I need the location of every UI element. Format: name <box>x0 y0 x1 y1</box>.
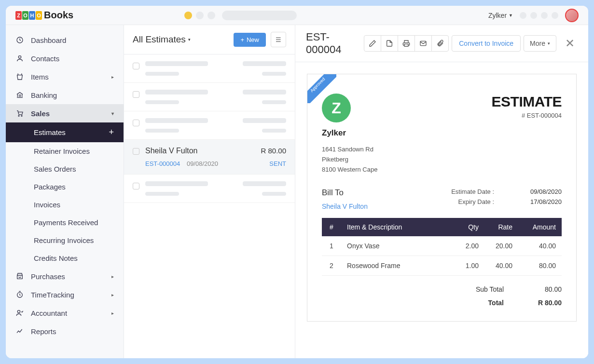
banking-icon <box>15 91 24 99</box>
svg-point-3 <box>21 115 22 116</box>
contacts-icon <box>15 54 24 63</box>
plus-icon: + <box>240 36 244 43</box>
estimate-detail: EST-000004 Convert to Invoice More▾ ✕ Ap… <box>295 25 588 358</box>
dashboard-icon <box>15 36 24 44</box>
convert-to-invoice-button[interactable]: Convert to Invoice <box>452 35 521 52</box>
document-number: # EST-000004 <box>492 112 562 119</box>
pencil-icon <box>369 40 376 47</box>
billto-heading: Bill To <box>322 188 368 198</box>
nav-estimates[interactable]: Estimates + <box>6 122 124 142</box>
add-estimate-icon[interactable]: + <box>109 127 114 137</box>
subtotal-value: 80.00 <box>528 285 562 293</box>
caret-icon: ▸ <box>111 274 114 279</box>
svg-point-1 <box>18 56 21 58</box>
list-item-selected[interactable]: Sheila V Fulton R 80.00 EST-000004 09/08… <box>124 140 295 175</box>
pdf-icon <box>386 40 393 47</box>
nav-retainer-invoices[interactable]: Retainer Invoices <box>6 142 124 160</box>
row-checkbox[interactable] <box>133 63 139 69</box>
accountant-icon <box>15 309 24 317</box>
nav-reports[interactable]: Reports <box>6 322 124 340</box>
billto-customer[interactable]: Sheila V Fulton <box>322 202 368 210</box>
line-items-table: # Item & Description Qty Rate Amount 1 O… <box>322 218 562 276</box>
close-detail-button[interactable]: ✕ <box>562 37 578 50</box>
app-name: Books <box>44 10 73 21</box>
email-button[interactable] <box>414 35 432 52</box>
row-checkbox[interactable] <box>133 148 139 155</box>
nav-recurring-invoices[interactable]: Recurring Invoices <box>6 231 124 249</box>
hamburger-icon: ☰ <box>276 36 281 43</box>
row-checkbox[interactable] <box>133 91 139 98</box>
print-icon <box>402 40 410 47</box>
attach-icon <box>436 40 444 47</box>
total-value: R 80.00 <box>528 299 562 307</box>
window-dots <box>184 12 215 19</box>
list-item[interactable] <box>124 111 295 140</box>
nav-accountant[interactable]: Accountant ▸ <box>6 304 124 322</box>
nav-packages[interactable]: Packages <box>6 178 124 196</box>
estimate-id: EST-000004 <box>145 160 180 167</box>
nav-credit-notes[interactable]: Credits Notes <box>6 249 124 267</box>
nav-items[interactable]: Items ▸ <box>6 67 124 86</box>
nav-timetracking[interactable]: TimeTracking ▸ <box>6 285 124 304</box>
reports-icon <box>15 327 24 336</box>
estimates-list-panel: All Estimates▾ + New ☰ <box>124 25 295 358</box>
org-selector[interactable]: Zylker▼ <box>488 12 513 19</box>
sidebar: Dashboard Contacts Items ▸ Banking Sales… <box>6 25 124 358</box>
row-checkbox[interactable] <box>133 120 139 126</box>
pdf-button[interactable] <box>381 35 398 52</box>
nav-dashboard[interactable]: Dashboard <box>6 31 124 49</box>
company-address: 1641 Sandown Rd Piketberg 8100 Western C… <box>322 145 377 175</box>
new-estimate-button[interactable]: + New <box>234 33 266 47</box>
svg-point-5 <box>17 310 20 313</box>
row-checkbox[interactable] <box>133 183 139 189</box>
status-badge: SENT <box>269 160 286 167</box>
print-button[interactable] <box>398 35 415 52</box>
nav-contacts[interactable]: Contacts <box>6 49 124 67</box>
caret-icon: ▾ <box>111 111 114 116</box>
document-title: ESTIMATE <box>492 94 562 110</box>
estimate-date: 09/08/2020 <box>187 160 218 167</box>
caret-icon: ▸ <box>111 292 114 297</box>
list-item[interactable] <box>124 175 295 203</box>
nav-sales-orders[interactable]: Sales Orders <box>6 160 124 178</box>
edit-button[interactable] <box>364 35 381 52</box>
row-amount: R 80.00 <box>261 147 286 155</box>
mail-icon <box>419 40 427 47</box>
nav-banking[interactable]: Banking <box>6 86 124 104</box>
timetracking-icon <box>15 290 24 299</box>
more-button[interactable]: More▾ <box>524 35 556 52</box>
sales-icon <box>15 109 24 118</box>
list-item[interactable] <box>124 54 295 83</box>
caret-icon: ▸ <box>111 310 114 316</box>
company-name: Zylker <box>322 128 377 138</box>
titlebar: ZOHO Books Zylker▼ <box>6 6 588 25</box>
items-icon <box>15 72 24 81</box>
list-item[interactable] <box>124 83 295 111</box>
detail-number: EST-000004 <box>306 31 361 56</box>
search-placeholder-skeleton <box>222 11 297 20</box>
caret-icon: ▸ <box>111 74 114 80</box>
nav-sales[interactable]: Sales ▾ <box>6 104 124 122</box>
svg-point-2 <box>18 115 19 116</box>
user-avatar[interactable] <box>565 9 579 22</box>
estimate-document: Approved Z Zylker 1641 Sandown Rd Piketb… <box>307 74 577 322</box>
header-action-placeholders <box>520 12 558 19</box>
list-menu-button[interactable]: ☰ <box>271 32 286 47</box>
table-row: 1 Onyx Vase 2.00 20.00 40.00 <box>322 236 562 256</box>
app-logo: ZOHO Books <box>15 10 73 21</box>
purchases-icon <box>15 272 24 281</box>
table-row: 2 Rosewood Frame 1.00 40.00 80.00 <box>322 256 562 276</box>
nav-invoices[interactable]: Invoices <box>6 196 124 214</box>
customer-name: Sheila V Fulton <box>145 147 198 155</box>
attach-button[interactable] <box>431 35 449 52</box>
nav-purchases[interactable]: Purchases ▸ <box>6 267 124 285</box>
list-filter-dropdown[interactable]: All Estimates▾ <box>133 34 191 45</box>
nav-payments-received[interactable]: Payments Received <box>6 214 124 231</box>
approved-ribbon: Approved <box>307 74 336 103</box>
